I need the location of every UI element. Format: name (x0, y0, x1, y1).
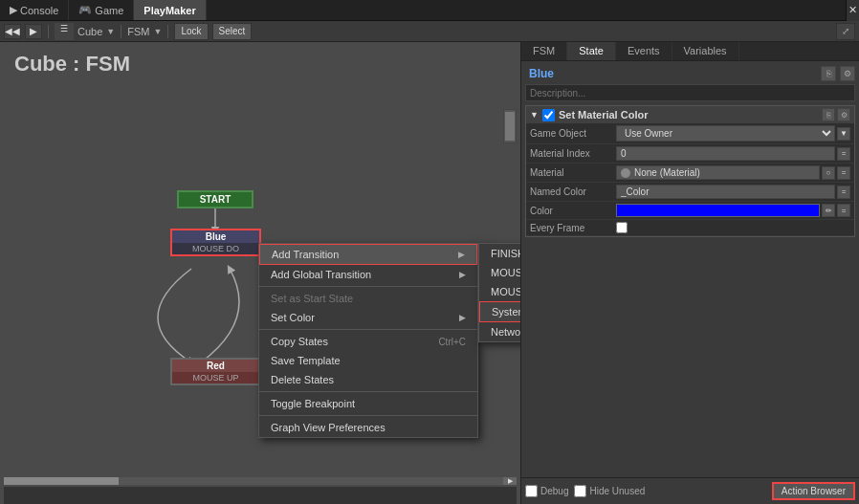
right-scrollbar[interactable] (503, 109, 517, 143)
ctx-save-template[interactable]: Save Template (259, 351, 477, 370)
prop-color-edit[interactable]: ✏ (822, 204, 835, 217)
inspector: Blue ⎘ ⚙ ▼ Set Material Color ⎘ ⚙ (521, 61, 859, 477)
prop-color-swatch[interactable] (616, 204, 820, 217)
object-dropdown-arrow[interactable]: ▼ (106, 27, 115, 36)
sub-system-events[interactable]: System Events ▶ (479, 301, 521, 322)
sub-network-events[interactable]: Network Events ▶ (479, 322, 521, 341)
window-topbar: ▶ Console 🎮 Game PlayMaker ✕ (0, 0, 859, 21)
right-panel: FSM State Events Variables Blue ⎘ ⚙ ▼ Se… (521, 42, 859, 504)
action-copy-button[interactable]: ⎘ (822, 108, 835, 121)
tab-fsm[interactable]: FSM (521, 42, 567, 60)
tab-state[interactable]: State (567, 42, 616, 60)
play-button[interactable]: ▶ (25, 24, 42, 39)
graph-area[interactable]: Cube : FSM START Blue MO (0, 42, 521, 504)
sub-finished[interactable]: FINISHED (479, 244, 521, 263)
blue-node-sublabel: MOUSE DO (172, 243, 259, 254)
prop-color: Color ✏ = (526, 202, 854, 220)
play-back-button[interactable]: ◀◀ (4, 24, 21, 39)
graph-hscrollbar-thumb[interactable] (4, 477, 119, 485)
prop-material: Material None (Material) ○ = (526, 164, 854, 183)
start-node-label: START (200, 194, 231, 205)
start-node[interactable]: START (177, 190, 253, 208)
action-block-set-material-color: ▼ Set Material Color ⎘ ⚙ Game Object Use… (525, 105, 855, 237)
ctx-toggle-breakpoint[interactable]: Toggle Breakpoint (259, 394, 477, 413)
ctx-add-transition[interactable]: Add Transition ▶ (259, 244, 477, 265)
transition-submenu: FINISHED MOUSE DOWN MOUSE UP System Even… (478, 243, 521, 342)
prop-material-index-value[interactable] (616, 146, 835, 161)
prop-game-object: Game Object Use Owner ▼ (526, 123, 854, 144)
red-node[interactable]: Red MOUSE UP (170, 358, 261, 385)
state-name: Blue (525, 65, 558, 82)
sub-mouse-down[interactable]: MOUSE DOWN (479, 263, 521, 282)
context-menu: Add Transition ▶ Add Global Transition ▶… (258, 243, 478, 438)
prop-game-object-value[interactable]: Use Owner (616, 125, 835, 142)
prop-material-pick[interactable]: ○ (822, 166, 835, 180)
prop-material-index-expand[interactable]: = (837, 147, 850, 161)
right-panel-tabs: FSM State Events Variables (521, 42, 859, 61)
window-close[interactable]: ✕ (846, 0, 859, 21)
action-name: Set Material Color (559, 109, 649, 121)
prop-game-object-expand[interactable]: ▼ (837, 127, 850, 141)
game-icon: 🎮 (78, 4, 92, 16)
tab-playmaker[interactable]: PlayMaker (134, 0, 206, 20)
action-browser-button[interactable]: Action Browser (772, 482, 855, 500)
ctx-set-color[interactable]: Set Color ▶ (259, 308, 477, 327)
ctx-arrow-transition: ▶ (458, 250, 465, 259)
prop-every-frame-checkbox[interactable] (616, 222, 628, 233)
graph-title: Cube : FSM (14, 52, 130, 77)
ctx-arrow-global: ▶ (459, 270, 466, 279)
lock-button[interactable]: Lock (174, 23, 208, 40)
ctx-graph-prefs[interactable]: Graph View Preferences (259, 418, 477, 437)
graph-footer (4, 487, 517, 504)
material-dot (621, 168, 630, 178)
prop-material-value: None (Material) (616, 165, 820, 180)
blue-node-title: Blue (172, 230, 259, 243)
blue-node[interactable]: Blue MOUSE DO (170, 229, 261, 256)
description-field[interactable] (525, 84, 855, 101)
hide-unused-label[interactable]: Hide Unused (574, 485, 645, 497)
action-title-bar: ▼ Set Material Color ⎘ ⚙ (526, 106, 854, 123)
fsm-label: FSM (127, 26, 149, 37)
ctx-add-global-transition[interactable]: Add Global Transition ▶ (259, 265, 477, 284)
ctx-delete-states[interactable]: Delete States (259, 370, 477, 389)
prop-named-color-expand[interactable]: = (837, 186, 850, 199)
red-node-sublabel: MOUSE UP (172, 372, 259, 383)
state-copy-icon[interactable]: ⎘ (821, 66, 836, 81)
ctx-set-start-state: Set as Start State (259, 289, 477, 308)
main-toolbar: ◀◀ ▶ ☰ Cube ▼ FSM ▼ Lock Select ⤢ (0, 21, 859, 42)
scroll-right[interactable]: ▶ (503, 477, 517, 485)
right-panel-bottom: Debug Hide Unused Action Browser (521, 477, 859, 504)
prop-color-expand[interactable]: = (837, 204, 850, 217)
tab-game[interactable]: 🎮 Game (69, 0, 134, 20)
ctx-copy-states[interactable]: Copy States Ctrl+C (259, 332, 477, 351)
prop-named-color-value[interactable] (616, 185, 835, 199)
prop-named-color: Named Color = (526, 183, 854, 202)
debug-label[interactable]: Debug (525, 485, 568, 497)
action-enabled-checkbox[interactable] (542, 109, 555, 121)
graph-hscrollbar[interactable] (4, 477, 503, 485)
tab-console[interactable]: ▶ Console (0, 0, 69, 20)
action-settings-button[interactable]: ⚙ (837, 108, 850, 121)
select-button[interactable]: Select (212, 23, 253, 40)
tab-variables[interactable]: Variables (672, 42, 739, 60)
red-node-title: Red (172, 360, 259, 372)
prop-material-expand[interactable]: = (837, 166, 850, 180)
ctx-arrow-color: ▶ (459, 313, 466, 322)
collapse-arrow[interactable]: ▼ (530, 110, 539, 120)
menu-button[interactable]: ☰ (55, 23, 74, 40)
prop-material-index: Material Index = (526, 144, 854, 164)
hide-unused-checkbox[interactable] (574, 485, 586, 497)
main-area: Cube : FSM START Blue MO (0, 42, 859, 504)
console-icon: ▶ (10, 4, 17, 16)
tab-events[interactable]: Events (616, 42, 672, 60)
fsm-dropdown-arrow[interactable]: ▼ (153, 27, 162, 36)
debug-checkbox[interactable] (525, 485, 538, 497)
expand-graph-button[interactable]: ⤢ (836, 23, 855, 40)
state-settings-icon[interactable]: ⚙ (840, 66, 855, 81)
object-label: Cube (77, 26, 102, 37)
prop-every-frame: Every Frame (526, 220, 854, 236)
sub-mouse-up[interactable]: MOUSE UP (479, 282, 521, 301)
